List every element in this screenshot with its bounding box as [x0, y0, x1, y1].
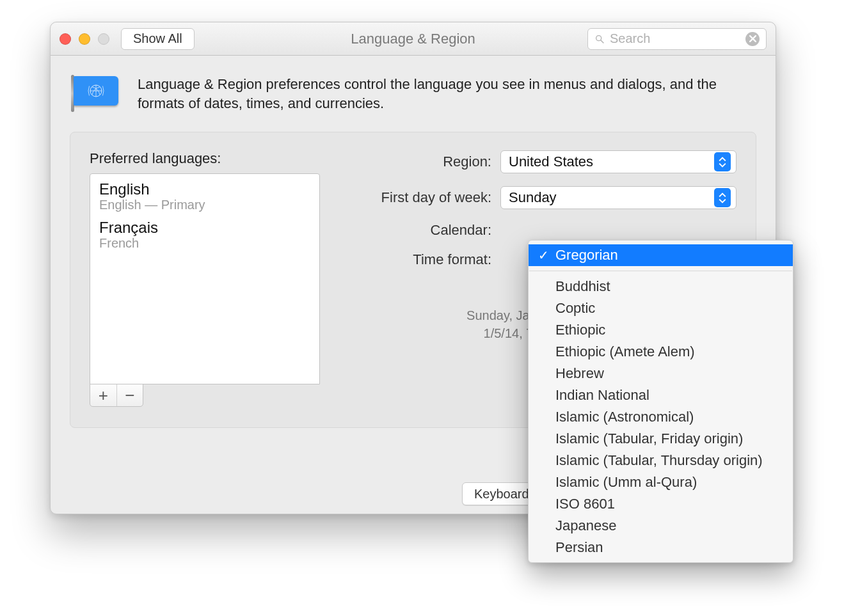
- menu-item[interactable]: Buddhist: [529, 276, 793, 297]
- calendar-dropdown-menu[interactable]: ✓ Gregorian Buddhist Coptic Ethiopic Eth…: [528, 240, 793, 563]
- description-row: Language & Region preferences control th…: [70, 75, 756, 113]
- list-item[interactable]: Français French: [90, 217, 319, 256]
- traffic-lights: [60, 33, 109, 45]
- language-list[interactable]: English English — Primary Français Frenc…: [90, 173, 320, 384]
- svg-line-1: [601, 40, 603, 43]
- preferred-languages-section: Preferred languages: English English — P…: [90, 150, 320, 407]
- show-all-label: Show All: [133, 31, 182, 46]
- minimize-icon[interactable]: [79, 33, 90, 45]
- description-text: Language & Region preferences control th…: [138, 75, 756, 113]
- chevron-updown-icon: [714, 152, 731, 171]
- menu-item[interactable]: Indian National: [529, 384, 793, 406]
- time-format-label: Time format:: [338, 251, 491, 268]
- menu-item-label: ISO 8601: [555, 496, 615, 512]
- calendar-label: Calendar:: [338, 222, 491, 239]
- zoom-icon: [98, 33, 109, 45]
- menu-item-label: Indian National: [555, 387, 649, 404]
- menu-item[interactable]: ISO 8601: [529, 493, 793, 515]
- menu-item-label: Islamic (Tabular, Friday origin): [555, 430, 743, 447]
- menu-item[interactable]: Coptic: [529, 297, 793, 319]
- menu-item-label: Gregorian: [555, 247, 618, 264]
- search-icon: [594, 34, 605, 44]
- list-item[interactable]: English English — Primary: [90, 179, 319, 217]
- menu-item-label: Coptic: [555, 300, 595, 317]
- menu-item[interactable]: Islamic (Astronomical): [529, 406, 793, 428]
- preferred-languages-label: Preferred languages:: [90, 150, 320, 167]
- menu-item[interactable]: Ethiopic (Amete Alem): [529, 341, 793, 363]
- svg-point-0: [596, 35, 601, 40]
- region-label: Region:: [338, 154, 491, 170]
- titlebar: Show All Language & Region Search: [51, 22, 776, 56]
- search-placeholder: Search: [610, 31, 650, 46]
- menu-item[interactable]: Islamic (Tabular, Friday origin): [529, 428, 793, 450]
- search-input[interactable]: Search: [587, 28, 767, 50]
- menu-item-label: Japanese: [555, 517, 616, 534]
- menu-item-label: Ethiopic (Amete Alem): [555, 344, 695, 360]
- first-day-value: Sunday: [509, 189, 557, 206]
- chevron-updown-icon: [714, 188, 731, 207]
- menu-item-label: Buddhist: [555, 278, 610, 295]
- region-popup[interactable]: United States: [500, 150, 737, 173]
- menu-item-selected[interactable]: ✓ Gregorian: [529, 244, 793, 266]
- menu-item-label: Hebrew: [555, 365, 604, 382]
- menu-item-label: Persian: [555, 539, 603, 556]
- minus-icon: −: [125, 386, 134, 406]
- menu-item-label: Ethiopic: [555, 322, 605, 338]
- checkmark-icon: ✓: [536, 248, 550, 263]
- language-subtitle: French: [99, 236, 310, 251]
- menu-item[interactable]: Persian: [529, 537, 793, 558]
- menu-item[interactable]: Japanese: [529, 515, 793, 537]
- menu-item[interactable]: Islamic (Umm al-Qura): [529, 471, 793, 493]
- close-icon[interactable]: [60, 33, 71, 45]
- language-name: English: [99, 180, 310, 198]
- clear-search-icon[interactable]: [745, 32, 760, 46]
- menu-item-label: Islamic (Tabular, Thursday origin): [555, 452, 763, 469]
- menu-item-label: Islamic (Astronomical): [555, 409, 694, 425]
- menu-item-label: Islamic (Umm al-Qura): [555, 474, 697, 491]
- plus-icon: +: [99, 386, 108, 406]
- region-flag-icon: [70, 76, 120, 112]
- region-value: United States: [509, 154, 593, 170]
- menu-item[interactable]: Hebrew: [529, 363, 793, 384]
- first-day-label: First day of week:: [338, 189, 491, 206]
- add-remove-toolbar: + −: [90, 384, 143, 407]
- menu-item[interactable]: Ethiopic: [529, 319, 793, 341]
- language-subtitle: English — Primary: [99, 198, 310, 212]
- first-day-popup[interactable]: Sunday: [500, 186, 737, 209]
- language-name: Français: [99, 219, 310, 237]
- remove-language-button[interactable]: −: [116, 384, 143, 406]
- show-all-button[interactable]: Show All: [121, 28, 195, 50]
- add-language-button[interactable]: +: [90, 384, 116, 406]
- menu-separator: [529, 271, 792, 271]
- menu-item[interactable]: Islamic (Tabular, Thursday origin): [529, 450, 793, 471]
